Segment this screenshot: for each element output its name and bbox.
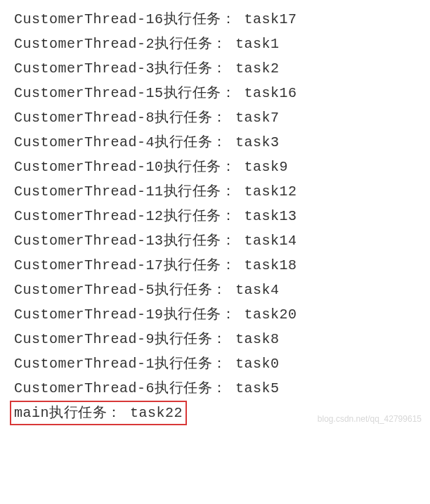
log-line: CustomerThread-4执行任务： task3 <box>14 130 416 155</box>
log-line: CustomerThread-6执行任务： task5 <box>14 376 416 401</box>
task-name: task2 <box>235 60 280 77</box>
log-line: CustomerThread-15执行任务： task16 <box>14 81 416 105</box>
log-entry: CustomerThread-2执行任务： task1 <box>14 36 280 52</box>
log-entry: CustomerThread-5执行任务： task4 <box>14 282 280 298</box>
log-entry: CustomerThread-6执行任务： task5 <box>14 380 280 396</box>
exec-label: 执行任务： <box>155 282 227 298</box>
log-entry: CustomerThread-15执行任务： task16 <box>14 85 297 101</box>
exec-label: 执行任务： <box>155 60 227 77</box>
task-name: task4 <box>235 282 280 298</box>
exec-label: 执行任务： <box>164 85 236 101</box>
log-entry: CustomerThread-11执行任务： task12 <box>14 183 297 200</box>
thread-name: CustomerThread-12 <box>14 208 164 224</box>
exec-label: 执行任务： <box>155 110 227 126</box>
task-name: task1 <box>235 36 280 52</box>
thread-name: CustomerThread-17 <box>14 257 164 273</box>
log-entry: CustomerThread-17执行任务： task18 <box>14 257 297 273</box>
log-entry: CustomerThread-1执行任务： task0 <box>14 356 280 372</box>
task-name: task20 <box>245 306 297 323</box>
thread-name: main <box>14 405 49 421</box>
task-name: task13 <box>245 208 297 224</box>
task-name: task7 <box>235 110 280 126</box>
log-line: CustomerThread-16执行任务： task17 <box>14 7 416 32</box>
log-line: CustomerThread-17执行任务： task18 <box>14 253 416 278</box>
log-entry: CustomerThread-12执行任务： task13 <box>14 208 297 224</box>
log-line: CustomerThread-3执行任务： task2 <box>14 56 416 81</box>
log-line: CustomerThread-2执行任务： task1 <box>14 32 416 56</box>
thread-name: CustomerThread-16 <box>14 11 164 27</box>
thread-name: CustomerThread-15 <box>14 85 164 101</box>
thread-name: CustomerThread-10 <box>14 159 164 175</box>
task-name: task14 <box>245 233 297 249</box>
exec-label: 执行任务： <box>164 257 236 273</box>
thread-name: CustomerThread-13 <box>14 233 164 249</box>
log-line: CustomerThread-5执行任务： task4 <box>14 278 416 302</box>
exec-label: 执行任务： <box>164 183 236 200</box>
exec-label: 执行任务： <box>155 380 227 396</box>
log-entry: CustomerThread-19执行任务： task20 <box>14 306 297 323</box>
log-line: CustomerThread-8执行任务： task7 <box>14 105 416 130</box>
log-line: CustomerThread-11执行任务： task12 <box>14 179 416 204</box>
task-name: task22 <box>130 405 183 421</box>
log-line: CustomerThread-12执行任务： task13 <box>14 204 416 228</box>
log-entry: CustomerThread-9执行任务： task8 <box>14 331 280 347</box>
log-entry: CustomerThread-8执行任务： task7 <box>14 110 280 126</box>
task-name: task17 <box>245 11 297 27</box>
log-entry: CustomerThread-3执行任务： task2 <box>14 60 280 77</box>
exec-label: 执行任务： <box>164 11 236 27</box>
thread-name: CustomerThread-9 <box>14 331 155 347</box>
exec-label: 执行任务： <box>164 159 236 175</box>
exec-label: 执行任务： <box>164 306 236 323</box>
exec-label: 执行任务： <box>164 233 236 249</box>
thread-name: CustomerThread-4 <box>14 134 155 150</box>
log-line: CustomerThread-1执行任务： task0 <box>14 351 416 376</box>
exec-label: 执行任务： <box>155 36 227 52</box>
log-entry: CustomerThread-16执行任务： task17 <box>14 11 297 27</box>
thread-name: CustomerThread-6 <box>14 380 155 396</box>
thread-name: CustomerThread-8 <box>14 110 155 126</box>
log-entry: CustomerThread-4执行任务： task3 <box>14 134 280 150</box>
highlighted-log-entry: main执行任务： task22 <box>10 401 187 425</box>
exec-label: 执行任务： <box>164 208 236 224</box>
log-line: CustomerThread-9执行任务： task8 <box>14 327 416 351</box>
log-line: CustomerThread-10执行任务： task9 <box>14 155 416 179</box>
thread-name: CustomerThread-3 <box>14 60 155 77</box>
task-name: task3 <box>235 134 280 150</box>
exec-label: 执行任务： <box>155 134 227 150</box>
thread-name: CustomerThread-1 <box>14 356 155 372</box>
console-output: CustomerThread-16执行任务： task17CustomerThr… <box>14 7 416 425</box>
thread-name: CustomerThread-2 <box>14 36 155 52</box>
thread-name: CustomerThread-5 <box>14 282 155 298</box>
log-entry: CustomerThread-13执行任务： task14 <box>14 233 297 249</box>
task-name: task12 <box>245 183 297 200</box>
task-name: task8 <box>235 331 280 347</box>
exec-label: 执行任务： <box>155 331 227 347</box>
task-name: task18 <box>245 257 297 273</box>
log-entry: CustomerThread-10执行任务： task9 <box>14 159 288 175</box>
task-name: task0 <box>235 356 280 372</box>
exec-label: 执行任务： <box>155 356 227 372</box>
task-name: task5 <box>235 380 280 396</box>
thread-name: CustomerThread-19 <box>14 306 164 323</box>
watermark: blog.csdn.net/qq_42799615 <box>318 412 422 427</box>
log-line: CustomerThread-19执行任务： task20 <box>14 302 416 327</box>
thread-name: CustomerThread-11 <box>14 183 164 200</box>
task-name: task9 <box>245 159 289 175</box>
task-name: task16 <box>245 85 297 101</box>
exec-label: 执行任务： <box>49 405 122 421</box>
log-line: CustomerThread-13执行任务： task14 <box>14 228 416 253</box>
